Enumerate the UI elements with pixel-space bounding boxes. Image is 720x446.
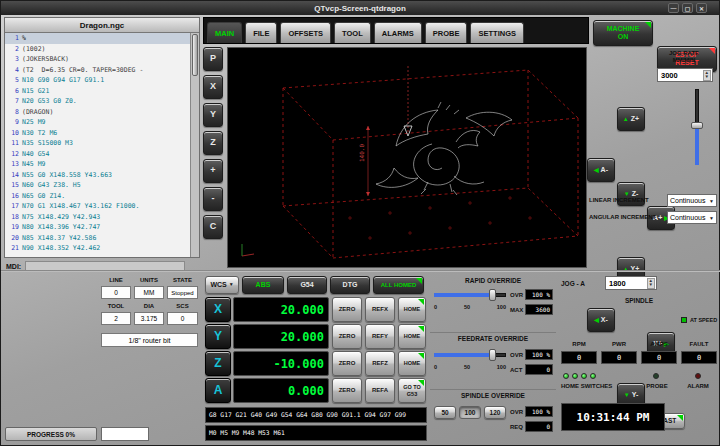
zoom-in-button[interactable]: + bbox=[203, 159, 223, 183]
spindle-override-50-button[interactable]: 50 bbox=[434, 406, 456, 419]
gcode-line[interactable]: 2(1002) bbox=[5, 44, 190, 55]
tab-offsets[interactable]: OFFSETS bbox=[280, 22, 331, 43]
spindle-override-title: SPINDLE OVERRIDE bbox=[430, 392, 556, 399]
tab-bar: MAINFILEOFFSETSTOOLALARMSPROBESETTINGS bbox=[203, 17, 589, 44]
tab-main[interactable]: MAIN bbox=[207, 22, 242, 43]
angular-increment-value: Continuous bbox=[670, 214, 705, 221]
gcode-line[interactable]: 21N90 X148.352 Y42.462 bbox=[5, 243, 190, 254]
spinbox-arrows-icon[interactable]: ▲▼ bbox=[647, 278, 655, 289]
gcode-scrollbar[interactable] bbox=[190, 33, 199, 257]
slider-handle[interactable] bbox=[489, 349, 496, 361]
zero-z-button[interactable]: ZERO bbox=[332, 351, 362, 376]
ref-a-button[interactable]: REFA bbox=[365, 378, 395, 403]
view-y-button[interactable]: Y bbox=[203, 103, 223, 127]
units-label: UNITS bbox=[134, 277, 164, 283]
maximize-button[interactable]: ▢ bbox=[682, 3, 693, 13]
home-led-icon bbox=[572, 373, 578, 379]
gcode-line[interactable]: 11N35 S15000 M3 bbox=[5, 138, 190, 149]
qtdragon-window: QTvcp-Screen-qtdragon — ▢ ✕ Dragon.ngc 1… bbox=[0, 0, 720, 446]
view-perspective-button[interactable]: P bbox=[203, 47, 223, 71]
tick-label: 50 bbox=[464, 364, 470, 370]
gcode-line[interactable]: 1% bbox=[5, 33, 190, 44]
gcode-line[interactable]: 5N10 G90 G94 G17 G91.1 bbox=[5, 75, 190, 86]
tab-alarms[interactable]: ALARMS bbox=[374, 22, 422, 43]
gcode-line[interactable]: 7N20 G53 G0 Z0. bbox=[5, 96, 190, 107]
view-clear-button[interactable]: C bbox=[203, 215, 223, 239]
view-buttons: PXYZ+-C bbox=[203, 47, 223, 243]
gcode-line[interactable]: 20N85 X148.37 Y42.586 bbox=[5, 233, 190, 244]
g54-button[interactable]: G54 bbox=[287, 276, 327, 294]
gcode-line[interactable]: 15N60 G43 Z38. H5 bbox=[5, 180, 190, 191]
view-z-button[interactable]: Z bbox=[203, 131, 223, 155]
zero-a-button[interactable]: ZERO bbox=[332, 378, 362, 403]
home-x-button[interactable]: HOME bbox=[398, 297, 426, 322]
machine-on-button[interactable]: MACHINE ON bbox=[593, 20, 653, 46]
zoom-out-button[interactable]: - bbox=[203, 187, 223, 211]
gcode-line[interactable]: 14N55 G0 X148.558 Y43.663 bbox=[5, 170, 190, 181]
gcode-listing[interactable]: 1%2(1002)3(JOKERSBACK)4(T2 D=6.35 CR=0. … bbox=[5, 33, 190, 257]
dtg-button[interactable]: DTG bbox=[330, 276, 370, 294]
command-entry-field[interactable] bbox=[101, 427, 149, 441]
slider-handle[interactable] bbox=[489, 289, 496, 301]
gcode-line[interactable]: 12N40 G54 bbox=[5, 149, 190, 160]
title-bar[interactable]: QTvcp-Screen-qtdragon — ▢ ✕ bbox=[1, 1, 719, 15]
jog-a-spinbox[interactable]: 1800 ▲▼ bbox=[605, 276, 657, 290]
angular-increment-combo[interactable]: Continuous▼ bbox=[667, 211, 717, 224]
gcode-line[interactable]: 4(T2 D=6.35 CR=0. TAPER=30DEG - bbox=[5, 65, 190, 76]
gcode-line[interactable]: 3(JOKERSBACK) bbox=[5, 54, 190, 65]
ref-z-button[interactable]: REFZ bbox=[365, 351, 395, 376]
jog-rate-slider[interactable] bbox=[691, 89, 703, 165]
jog-rate-spinbox[interactable]: 3000 ▲▼ bbox=[657, 68, 713, 82]
spindle-override-120-button[interactable]: 120 bbox=[484, 406, 506, 419]
progress-label: PROGRESS 0% bbox=[27, 431, 75, 438]
abs-button[interactable]: ABS bbox=[242, 276, 284, 294]
linear-increment-combo[interactable]: Continuous▼ bbox=[667, 194, 717, 207]
gremlin-3d-view[interactable]: 140.0 bbox=[227, 47, 587, 268]
rapid-override-slider[interactable] bbox=[434, 289, 506, 301]
machine-on-label: MACHINE ON bbox=[604, 25, 642, 40]
zero-y-button[interactable]: ZERO bbox=[332, 324, 362, 349]
spinbox-arrows-icon[interactable]: ▲▼ bbox=[703, 70, 711, 81]
ref-y-button[interactable]: REFY bbox=[365, 324, 395, 349]
line-text: N40 G54 bbox=[22, 150, 49, 158]
axis-z-button[interactable]: Z bbox=[205, 351, 231, 376]
wcs-dropdown[interactable]: WCS ▼ bbox=[205, 276, 239, 294]
gcode-line[interactable]: 9N25 M9 bbox=[5, 117, 190, 128]
ref-x-button[interactable]: REFX bbox=[365, 297, 395, 322]
feed-ovr-value: 100 % bbox=[525, 349, 553, 360]
gcode-line[interactable]: 10N30 T2 M6 bbox=[5, 128, 190, 139]
jog-z-plus-button[interactable]: ▲Z+ bbox=[617, 107, 645, 131]
tab-settings[interactable]: SETTINGS bbox=[470, 22, 524, 43]
tab-tool[interactable]: TOOL bbox=[334, 22, 371, 43]
home-z-button[interactable]: HOME bbox=[398, 351, 426, 376]
axis-x-button[interactable]: X bbox=[205, 297, 231, 322]
close-button[interactable]: ✕ bbox=[696, 3, 707, 13]
scrollbar-thumb[interactable] bbox=[192, 34, 198, 76]
gcode-line[interactable]: 18N75 X148.429 Y42.943 bbox=[5, 212, 190, 223]
gcode-line[interactable]: 13N45 M9 bbox=[5, 159, 190, 170]
gcode-line[interactable]: 17N70 G1 X148.467 Y43.162 F1000. bbox=[5, 201, 190, 212]
view-x-button[interactable]: X bbox=[203, 75, 223, 99]
home-y-button[interactable]: HOME bbox=[398, 324, 426, 349]
zero-x-button[interactable]: ZERO bbox=[332, 297, 362, 322]
active-gcodes: G8 G17 G21 G40 G49 G54 G64 G80 G90 G91.1… bbox=[205, 407, 427, 423]
home-a-button[interactable]: GO TO G53 bbox=[398, 378, 426, 403]
slider-handle[interactable] bbox=[691, 122, 703, 129]
axis-y-button[interactable]: Y bbox=[205, 324, 231, 349]
tab-probe[interactable]: PROBE bbox=[425, 22, 468, 43]
spindle-override-100-button[interactable]: 100 bbox=[459, 406, 481, 419]
tab-file[interactable]: FILE bbox=[245, 22, 277, 43]
gcode-line[interactable]: 6N15 G21 bbox=[5, 86, 190, 97]
gcode-line[interactable]: 19N80 X148.396 Y42.747 bbox=[5, 222, 190, 233]
tick-label: 100 bbox=[497, 364, 506, 370]
gcode-line[interactable]: 16N65 G0 Z14. bbox=[5, 191, 190, 202]
jog-a-minus-button[interactable]: ◀A- bbox=[587, 158, 615, 182]
line-text: (DRAGON) bbox=[22, 108, 53, 116]
axis-a-button[interactable]: A bbox=[205, 378, 231, 403]
jog-x-minus-button[interactable]: ◀X- bbox=[587, 308, 615, 332]
minimize-button[interactable]: — bbox=[668, 3, 679, 13]
gcode-line[interactable]: 8(DRAGON) bbox=[5, 107, 190, 118]
line-number: 17 bbox=[5, 202, 22, 210]
feed-override-slider[interactable] bbox=[434, 349, 506, 361]
probe-label: PROBE bbox=[639, 383, 675, 389]
